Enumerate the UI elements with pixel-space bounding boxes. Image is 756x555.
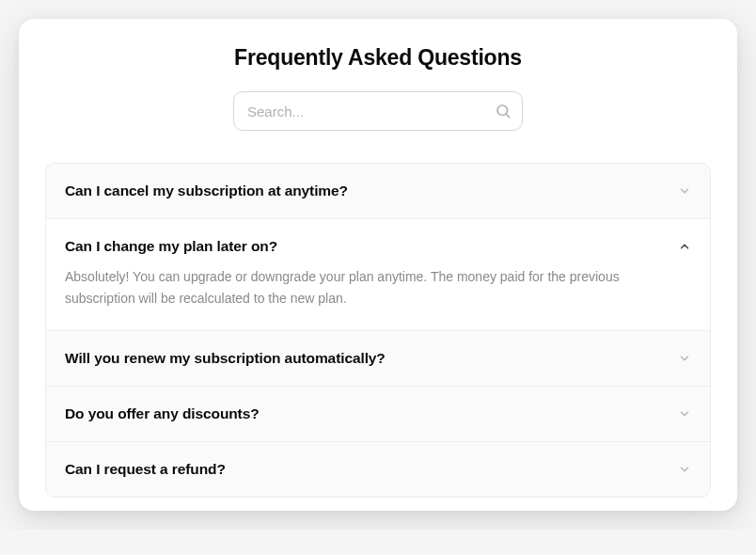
faq-toggle[interactable]: Can I request a refund? — [46, 442, 710, 497]
chevron-down-icon — [678, 352, 691, 365]
faq-card: Frequently Asked Questions Can I cancel … — [19, 19, 737, 511]
faq-item: Can I change my plan later on? Absolutel… — [46, 219, 710, 331]
faq-question: Can I request a refund? — [65, 461, 226, 478]
faq-question: Can I cancel my subscription at anytime? — [65, 182, 348, 199]
chevron-down-icon — [678, 184, 691, 198]
faq-item: Can I request a refund? — [46, 442, 710, 497]
search-container — [45, 91, 711, 131]
page-title: Frequently Asked Questions — [45, 45, 711, 71]
faq-question: Will you renew my subscription automatic… — [65, 350, 386, 367]
chevron-down-icon — [678, 463, 691, 476]
search-box — [233, 91, 523, 131]
faq-item: Will you renew my subscription automatic… — [46, 331, 710, 387]
search-input[interactable] — [233, 91, 523, 131]
chevron-up-icon — [678, 240, 691, 253]
faq-item: Can I cancel my subscription at anytime? — [46, 164, 710, 219]
faq-question: Do you offer any discounts? — [65, 405, 260, 422]
faq-toggle[interactable]: Do you offer any discounts? — [46, 387, 710, 441]
faq-toggle[interactable]: Can I change my plan later on? — [46, 219, 710, 266]
chevron-down-icon — [678, 407, 691, 420]
faq-question: Can I change my plan later on? — [65, 238, 277, 255]
faq-answer: Absolutely! You can upgrade or downgrade… — [65, 266, 691, 309]
faq-body: Absolutely! You can upgrade or downgrade… — [46, 266, 710, 330]
faq-toggle[interactable]: Can I cancel my subscription at anytime? — [46, 164, 710, 218]
faq-toggle[interactable]: Will you renew my subscription automatic… — [46, 331, 710, 386]
faq-item: Do you offer any discounts? — [46, 387, 710, 442]
faq-accordion: Can I cancel my subscription at anytime?… — [45, 163, 711, 498]
